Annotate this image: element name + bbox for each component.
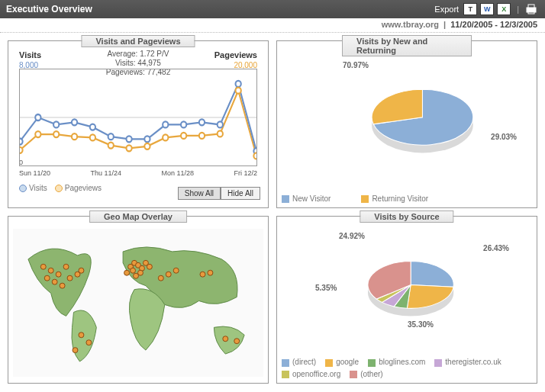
svg-point-43 [79,268,84,273]
svg-point-22 [90,134,95,140]
svg-point-7 [72,119,77,125]
svg-point-23 [108,143,114,149]
subheader: www.tbray.org | 11/20/2005 - 12/3/2005 [0,18,545,33]
x-axis-labels: Sun 11/20 Thu 11/24 Mon 11/28 Fri 12/2 [19,169,257,177]
svg-point-8 [90,124,95,130]
header-bar: Executive Overview Export T W X | [0,0,545,18]
legend-openoffice: openoffice.org [292,370,340,378]
svg-point-21 [72,133,77,140]
svg-point-28 [199,133,205,139]
svg-point-36 [63,264,69,269]
svg-point-41 [44,275,50,281]
geo-map [13,227,263,378]
x-label: Fri 12/2 [234,169,257,177]
print-icon[interactable] [524,3,539,15]
svg-point-59 [223,336,228,342]
site-label: www.tbray.org [382,20,439,29]
svg-point-37 [67,275,73,281]
svg-point-27 [181,133,186,139]
panel-new-returning: Visits by New and Returning 70.97% 29.03… [276,40,537,208]
page-title: Executive Overview [6,4,434,14]
pct-other: 35.30% [408,320,434,329]
export-label: Export [434,5,459,14]
svg-point-4 [20,138,23,144]
pct-google: 24.92% [339,232,365,240]
svg-point-26 [163,134,168,140]
x-label: Thu 11/24 [91,169,122,177]
left-axis-label: Visits [19,50,41,59]
pct-returning: 29.03% [491,133,517,141]
legend-pageviews: Pageviews [65,184,102,192]
show-all-button[interactable]: Show All [178,187,221,200]
svg-point-30 [236,88,241,94]
svg-point-5 [35,114,40,120]
x-label: Sun 11/20 [19,169,50,177]
svg-point-52 [124,270,130,275]
stat-avg: Average: 1.72 P/V [106,50,171,59]
svg-point-24 [126,145,131,151]
svg-point-56 [173,268,179,273]
svg-point-54 [158,275,163,281]
svg-point-25 [144,143,150,149]
svg-point-58 [208,270,213,275]
pct-theregister: 5.35% [315,284,337,292]
panel-title: Geo Map Overlay [89,210,187,223]
svg-point-16 [236,81,241,87]
export-excel-icon[interactable]: X [497,3,511,15]
export-txt-icon[interactable]: T [463,3,477,15]
svg-point-57 [200,272,205,277]
pct-new: 70.97% [343,61,369,69]
svg-point-14 [199,119,205,125]
svg-point-29 [218,130,223,137]
legend-returning: Returning Visitor [372,194,428,203]
legend-new: New Visitor [292,194,331,203]
dashboard-grid: Visits and Pageviews Average: 1.72 P/V V… [0,33,545,391]
legend-theregister: theregister.co.uk [445,358,501,366]
line-chart-area [19,69,257,166]
svg-point-6 [53,121,59,127]
svg-point-39 [60,283,65,288]
svg-point-18 [20,147,23,153]
panel-title: Visits by Source [360,210,453,223]
svg-point-40 [52,279,57,284]
hide-all-button[interactable]: Hide All [221,187,260,200]
svg-point-55 [166,272,171,277]
panel-title: Visits by New and Returning [342,35,472,56]
right-axis-label: Pageviews [214,50,257,59]
svg-point-34 [48,268,53,273]
panel-sources: Visits by Source 26.43% 24.92% 5.35% 35.… [276,216,537,384]
svg-point-12 [163,121,168,127]
separator: | [517,5,519,14]
legend-google: google [336,358,359,366]
button-group: Show All Hide All [178,187,260,200]
date-range: 11/20/2005 - 12/3/2005 [450,20,537,29]
svg-point-15 [218,121,223,127]
svg-point-49 [147,264,152,269]
x-label: Mon 11/28 [161,169,194,177]
svg-point-63 [73,348,78,353]
line-legend: Visits Pageviews [19,184,102,192]
svg-point-35 [56,272,61,277]
legend-bloglines: bloglines.com [379,358,425,366]
svg-point-62 [86,340,92,345]
svg-point-19 [35,131,40,137]
legend-visits: Visits [29,184,47,192]
panel-visits-pageviews: Visits and Pageviews Average: 1.72 P/V V… [8,40,269,208]
svg-point-31 [253,153,256,159]
svg-point-53 [134,273,139,278]
svg-point-42 [40,264,46,269]
svg-point-9 [108,133,114,140]
svg-point-61 [79,333,84,338]
legend-other: (other) [360,370,382,378]
pct-direct: 26.43% [483,244,509,252]
pie-chart-new-returning [282,55,532,203]
panel-geomap: Geo Map Overlay [8,216,269,384]
svg-point-60 [234,339,240,344]
export-word-icon[interactable]: W [480,3,494,15]
stat-visits: Visits: 44,975 [106,59,171,68]
pie-chart-sources [282,230,532,378]
svg-point-11 [144,136,150,142]
svg-point-10 [126,136,131,142]
panel-title: Visits and Pageviews [81,35,195,47]
svg-point-20 [53,131,59,137]
